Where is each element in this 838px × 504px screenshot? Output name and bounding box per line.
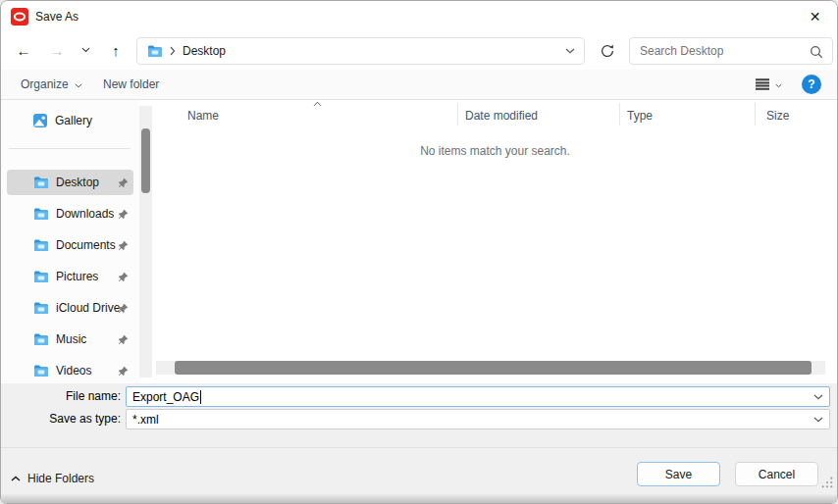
sidebar-item-documents[interactable]: Documents [7, 232, 133, 258]
organize-label: Organize [21, 77, 69, 91]
column-header-name[interactable]: Name [187, 109, 219, 123]
refresh-button[interactable] [593, 37, 622, 65]
folder-videos-icon [33, 364, 49, 378]
up-icon: ↑ [112, 42, 120, 59]
hide-folders-label: Hide Folders [27, 472, 94, 485]
back-icon: ← [17, 42, 31, 59]
footer-divider [1, 447, 837, 448]
horizontal-scrollbar[interactable] [156, 361, 825, 375]
resize-grip[interactable] [821, 477, 833, 488]
pin-icon [118, 209, 129, 220]
sidebar-item-downloads[interactable]: Downloads [7, 201, 133, 227]
pin-icon [118, 240, 129, 251]
column-header-row: Name Date modified Type Size [152, 100, 838, 126]
chevron-down-icon[interactable] [813, 417, 823, 423]
command-toolbar: Organize New folder ? [1, 70, 837, 100]
empty-list-message: No items match your search. [152, 144, 838, 158]
sidebar-item-pictures[interactable]: Pictures [7, 264, 133, 289]
chevron-up-icon [11, 476, 21, 481]
sidebar-item-desktop[interactable]: Desktop [7, 170, 133, 195]
sidebar-scrollbar-thumb[interactable] [141, 128, 150, 193]
breadcrumb-chevron-icon [170, 46, 176, 56]
folder-pictures-icon [33, 270, 49, 283]
column-header-date-modified[interactable]: Date modified [465, 109, 538, 123]
file-name-label: File name: [1, 389, 121, 403]
chevron-down-icon [75, 83, 82, 88]
pin-icon [118, 177, 129, 188]
close-button[interactable]: ✕ [793, 1, 837, 31]
new-folder-button[interactable]: New folder [103, 70, 159, 99]
cancel-button-label: Cancel [759, 468, 795, 481]
navigation-pane: Gallery Desktop Downloads Documents Pi [1, 100, 139, 383]
sidebar-item-label: iCloud Drive [56, 301, 120, 315]
column-divider [457, 103, 458, 126]
folder-documents-icon [33, 238, 49, 252]
file-name-value: Export_OAG [132, 390, 199, 404]
save-as-type-label: Save as type: [1, 412, 121, 426]
details-view-icon [756, 78, 769, 90]
help-label: ? [808, 77, 814, 91]
folder-icloud-icon [33, 301, 49, 315]
chevron-down-icon [81, 47, 90, 53]
folder-icon [147, 44, 163, 58]
search-icon [810, 45, 823, 59]
sidebar-item-gallery[interactable]: Gallery [7, 108, 133, 133]
sidebar-item-music[interactable]: Music [7, 327, 133, 352]
breadcrumb-location[interactable]: Desktop [183, 44, 226, 58]
save-button-label: Save [665, 468, 692, 481]
view-options-button[interactable] [756, 70, 782, 99]
chevron-down-icon[interactable] [813, 394, 823, 400]
folder-desktop-icon [33, 176, 49, 189]
forward-icon: → [50, 42, 65, 59]
title-bar: Save As ✕ [1, 1, 837, 32]
forward-button[interactable]: → [43, 36, 71, 64]
sidebar-item-videos[interactable]: Videos [7, 358, 133, 383]
back-button[interactable]: ← [10, 36, 37, 64]
up-button[interactable]: ↑ [102, 36, 130, 64]
gallery-icon [32, 113, 48, 128]
column-divider [755, 103, 756, 126]
pin-icon [118, 334, 129, 345]
sidebar-item-label: Documents [56, 238, 116, 252]
window-bottom-shadow [1, 494, 837, 503]
cancel-button[interactable]: Cancel [735, 462, 818, 486]
pin-icon [118, 366, 129, 377]
pin-icon [118, 303, 129, 314]
window-title: Save As [35, 10, 79, 24]
column-header-size[interactable]: Size [766, 109, 789, 123]
content-area: Gallery Desktop Downloads Documents Pi [1, 100, 838, 383]
sidebar-item-label: Music [56, 332, 86, 346]
recent-locations-button[interactable] [75, 36, 96, 64]
address-bar[interactable]: Desktop [136, 37, 585, 65]
sidebar-item-icloud-drive[interactable]: iCloud Drive [7, 295, 133, 321]
sidebar-divider [9, 148, 131, 149]
pin-icon [118, 272, 129, 282]
sidebar-item-label: Videos [56, 364, 91, 378]
sidebar-item-label: Pictures [56, 270, 98, 283]
save-as-type-select[interactable]: *.xml [126, 409, 830, 429]
organize-button[interactable]: Organize [21, 70, 82, 99]
horizontal-scrollbar-thumb[interactable] [175, 361, 812, 375]
save-button[interactable]: Save [637, 462, 720, 486]
folder-music-icon [33, 332, 49, 346]
sidebar-item-label: Gallery [55, 114, 92, 127]
file-name-input[interactable]: Export_OAG [126, 386, 830, 407]
oracle-app-icon [11, 8, 28, 25]
hide-folders-button[interactable]: Hide Folders [11, 467, 94, 490]
sidebar-item-label: Downloads [56, 207, 114, 221]
help-button[interactable]: ? [802, 75, 821, 94]
file-list: Name Date modified Type Size No items ma… [152, 100, 838, 383]
address-dropdown-icon[interactable] [565, 48, 575, 54]
text-cursor [200, 390, 201, 404]
search-placeholder: Search Desktop [640, 44, 723, 58]
close-icon: ✕ [810, 9, 821, 25]
sort-ascending-icon [313, 101, 322, 107]
search-input[interactable]: Search Desktop [629, 37, 833, 65]
column-divider [619, 103, 620, 126]
folder-downloads-icon [33, 207, 49, 221]
chevron-down-icon [775, 83, 782, 88]
sidebar-scrollbar[interactable] [139, 106, 152, 378]
column-header-type[interactable]: Type [627, 109, 653, 123]
dialog-footer: File name: Export_OAG Save as type: *.xm… [1, 383, 837, 503]
new-folder-label: New folder [103, 77, 159, 91]
